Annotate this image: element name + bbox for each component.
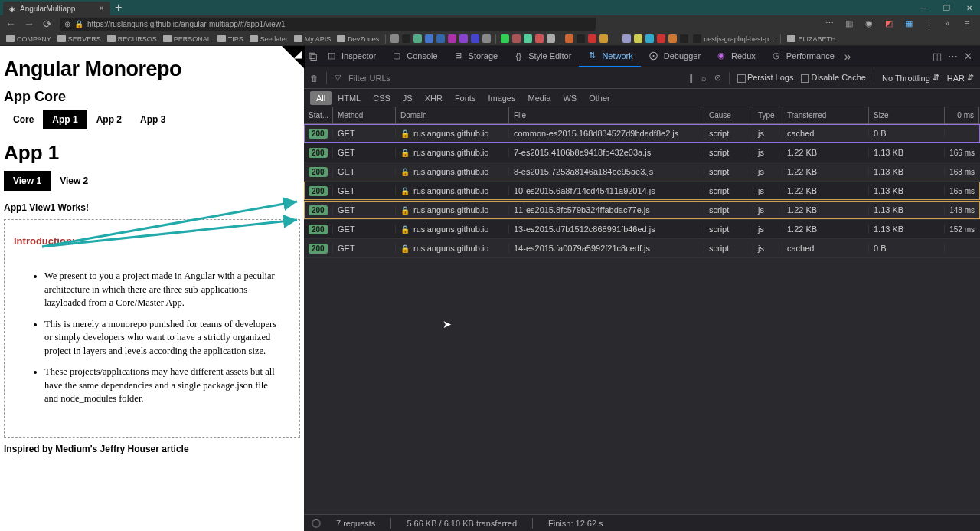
filter-css[interactable]: CSS bbox=[367, 91, 397, 105]
network-row[interactable]: 200GET🔒ruslanguns.github.io11-es2015.8fc… bbox=[304, 201, 980, 220]
bookmark-icon[interactable] bbox=[599, 34, 608, 43]
bookmark-icon[interactable] bbox=[577, 34, 585, 43]
tab-console[interactable]: ▢Console bbox=[384, 46, 445, 67]
back-button[interactable]: ← bbox=[5, 18, 17, 30]
header-type[interactable]: Type bbox=[753, 107, 782, 123]
ext-icon-1[interactable]: ◩ bbox=[885, 18, 896, 29]
nav-view1[interactable]: View 1 bbox=[4, 171, 51, 191]
tab-style-editor[interactable]: {}Style Editor bbox=[505, 46, 579, 67]
bookmark-icon[interactable] bbox=[680, 34, 688, 43]
menu-icon[interactable]: ≡ bbox=[965, 18, 975, 29]
bookmark-icon[interactable] bbox=[535, 34, 544, 43]
reload-button[interactable]: ⟳ bbox=[41, 18, 54, 30]
filter-ws[interactable]: WS bbox=[557, 91, 583, 105]
bookmark-folder[interactable]: RECURSOS bbox=[106, 35, 158, 43]
bookmark-icon[interactable] bbox=[634, 34, 642, 43]
bookmark-icon[interactable] bbox=[459, 34, 468, 43]
filter-media[interactable]: Media bbox=[521, 91, 557, 105]
network-row[interactable]: 200GET🔒ruslanguns.github.io10-es2015.6a8… bbox=[304, 182, 980, 201]
bookmark-icon[interactable] bbox=[622, 34, 631, 43]
bookmark-icon[interactable] bbox=[512, 34, 521, 43]
header-transferred[interactable]: Transferred bbox=[782, 107, 869, 123]
responsive-icon[interactable]: ⧉ bbox=[307, 51, 318, 62]
tab-storage[interactable]: ⊟Storage bbox=[446, 46, 506, 67]
ext-icon-3[interactable]: ⋮ bbox=[925, 18, 936, 29]
dock-icon[interactable]: ◫ bbox=[933, 51, 942, 62]
ext-icon-2[interactable]: ▦ bbox=[905, 18, 916, 29]
header-size[interactable]: Size bbox=[869, 107, 945, 123]
bookmark-icon[interactable] bbox=[413, 34, 422, 43]
search-icon[interactable]: ⌕ bbox=[701, 74, 707, 83]
maximize-button[interactable]: ❐ bbox=[936, 0, 957, 15]
page-options-icon[interactable]: ⋯ bbox=[825, 18, 836, 29]
block-icon[interactable]: ⊘ bbox=[714, 73, 721, 83]
devtools-menu-icon[interactable]: ⋯ bbox=[948, 51, 958, 62]
tab-performance[interactable]: ◷Performance bbox=[763, 46, 842, 67]
bookmark-icon[interactable] bbox=[588, 34, 596, 43]
new-tab-button[interactable]: + bbox=[115, 1, 122, 15]
bookmark-link[interactable]: nestjs-graphql-best-p... bbox=[691, 34, 776, 43]
bookmark-icon[interactable] bbox=[448, 34, 456, 43]
filter-xhr[interactable]: XHR bbox=[419, 91, 449, 105]
header-file[interactable]: File bbox=[509, 107, 704, 123]
bookmark-icon[interactable] bbox=[390, 34, 399, 43]
header-method[interactable]: Method bbox=[333, 107, 396, 123]
nav-app2[interactable]: App 2 bbox=[87, 110, 131, 129]
bookmark-icon[interactable] bbox=[645, 34, 654, 43]
bookmark-icon[interactable] bbox=[402, 34, 410, 43]
overflow-icon[interactable]: » bbox=[945, 18, 956, 29]
persist-logs-checkbox[interactable]: Persist Logs bbox=[737, 73, 794, 83]
har-select[interactable]: HAR⇵ bbox=[947, 73, 974, 83]
bookmark-icon[interactable] bbox=[471, 34, 479, 43]
bookmark-folder[interactable]: SERVERS bbox=[56, 35, 103, 43]
bookmark-folder[interactable]: TIPS bbox=[216, 35, 245, 43]
url-input[interactable]: ⊕ 🔒 https://ruslanguns.github.io/angular… bbox=[60, 18, 596, 31]
nav-app1[interactable]: App 1 bbox=[43, 110, 87, 129]
bookmark-icon[interactable] bbox=[501, 34, 509, 43]
pause-icon[interactable]: ‖ bbox=[689, 73, 694, 83]
bookmark-folder[interactable]: My APIS bbox=[292, 35, 333, 43]
bookmark-folder[interactable]: DevZones bbox=[335, 35, 381, 43]
forward-button[interactable]: → bbox=[23, 18, 35, 30]
bookmark-icon[interactable] bbox=[524, 34, 532, 43]
network-row[interactable]: 200GET🔒ruslanguns.github.io7-es2015.4106… bbox=[304, 143, 980, 162]
bookmark-icon[interactable] bbox=[668, 34, 677, 43]
network-row[interactable]: 200GET🔒ruslanguns.github.io8-es2015.7253… bbox=[304, 162, 980, 182]
tab-debugger[interactable]: ⨀Debugger bbox=[641, 46, 708, 67]
filter-fonts[interactable]: Fonts bbox=[449, 91, 482, 105]
header-time[interactable]: 0 ms bbox=[945, 107, 979, 123]
bookmark-icon[interactable] bbox=[657, 34, 665, 43]
nav-core[interactable]: Core bbox=[4, 110, 43, 129]
close-tab-icon[interactable]: × bbox=[99, 3, 104, 14]
header-status[interactable]: Stat... bbox=[304, 107, 333, 123]
tab-redux[interactable]: ◉Redux bbox=[708, 46, 763, 67]
header-cause[interactable]: Cause bbox=[704, 107, 753, 123]
tab-inspector[interactable]: ◫Inspector bbox=[318, 46, 384, 67]
filter-images[interactable]: Images bbox=[482, 91, 521, 105]
account-icon[interactable]: ◉ bbox=[865, 18, 876, 29]
bookmark-folder[interactable]: See later bbox=[248, 35, 289, 43]
minimize-button[interactable]: ─ bbox=[913, 0, 934, 15]
network-row[interactable]: 200GET🔒ruslanguns.github.io13-es2015.d7b… bbox=[304, 220, 980, 239]
nav-app3[interactable]: App 3 bbox=[131, 110, 175, 129]
bookmark-icon[interactable] bbox=[547, 34, 555, 43]
filter-input[interactable]: Filter URLs bbox=[348, 74, 390, 83]
bookmark-icon[interactable] bbox=[565, 34, 573, 43]
filter-icon[interactable]: ▽ bbox=[335, 73, 341, 83]
tab-network[interactable]: ⇅Network bbox=[579, 46, 640, 67]
filter-all[interactable]: All bbox=[310, 91, 332, 105]
browser-tab[interactable]: ◈ AngularMultiapp × bbox=[3, 2, 110, 15]
header-domain[interactable]: Domain bbox=[396, 107, 509, 123]
reader-icon[interactable]: ▥ bbox=[845, 18, 856, 29]
close-devtools-icon[interactable]: ✕ bbox=[964, 51, 972, 62]
nav-view2[interactable]: View 2 bbox=[51, 171, 97, 191]
filter-html[interactable]: HTML bbox=[332, 91, 367, 105]
filter-js[interactable]: JS bbox=[397, 91, 419, 105]
clear-icon[interactable]: 🗑 bbox=[310, 74, 318, 83]
disable-cache-checkbox[interactable]: Disable Cache bbox=[801, 73, 866, 83]
bookmark-folder[interactable]: ELIZABETH bbox=[786, 35, 837, 43]
bookmark-icon[interactable] bbox=[436, 34, 445, 43]
throttling-select[interactable]: No Throttling⇵ bbox=[882, 73, 939, 83]
bookmark-folder[interactable]: PERSONAL bbox=[162, 35, 213, 43]
bookmark-folder[interactable]: COMPANY bbox=[5, 35, 53, 43]
